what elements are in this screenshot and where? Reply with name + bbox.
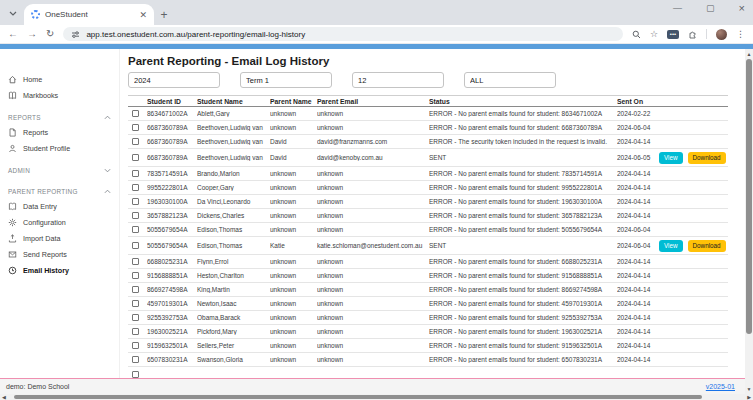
cell-student-name: Beethoven,Ludwig van — [197, 154, 270, 161]
sidebar-item-label: Student Profile — [23, 144, 70, 153]
row-checkbox[interactable] — [132, 154, 139, 161]
cell-parent-email: unknown — [317, 342, 429, 349]
table-header-row: Student ID Student Name Parent Name Pare… — [128, 95, 728, 107]
cell-status: ERROR - No parent emails found for stude… — [429, 170, 617, 177]
browser-tab[interactable]: OneStudent ✕ — [24, 4, 154, 25]
row-checkbox[interactable] — [132, 371, 139, 378]
reload-icon[interactable]: ↻ — [46, 29, 54, 39]
cell-status: ERROR - No parent emails found for stude… — [429, 314, 617, 321]
vertical-scrollbar-thumb[interactable] — [746, 59, 752, 334]
view-button[interactable]: View — [659, 240, 683, 252]
cell-parent-name: unknown — [270, 198, 317, 205]
scroll-up-icon[interactable]: ▲ — [745, 51, 753, 57]
cell-student-id: 6687360789A — [147, 154, 197, 161]
row-checkbox[interactable] — [132, 110, 139, 117]
cell-parent-name: unknown — [270, 124, 317, 131]
password-manager-extension-icon[interactable]: ••• — [667, 30, 679, 39]
row-checkbox[interactable] — [132, 138, 139, 145]
row-checkbox[interactable] — [132, 328, 139, 335]
address-bar[interactable]: app.test.onestudent.com.au/parent-report… — [63, 27, 623, 41]
cell-parent-email: unknown — [317, 286, 429, 293]
term-filter-input[interactable] — [240, 72, 332, 88]
sidebar-item-reports[interactable]: Reports — [0, 124, 119, 140]
horizontal-scrollbar[interactable]: ◀ ▶ — [0, 394, 753, 400]
sidebar-item-data-entry[interactable]: Data Entry — [0, 198, 119, 214]
cell-parent-name: unknown — [270, 342, 317, 349]
scroll-right-icon[interactable]: ▶ — [747, 394, 751, 400]
back-icon[interactable]: ← — [8, 29, 18, 39]
cell-student-name: Pickford,Mary — [197, 328, 270, 335]
cell-parent-name: unknown — [270, 226, 317, 233]
sidebar-item-student-profile[interactable]: Student Profile — [0, 140, 119, 156]
table-row: 1963030100A Da Vinci,Leonardo unknown un… — [128, 195, 728, 209]
row-checkbox[interactable] — [132, 300, 139, 307]
view-button[interactable]: View — [659, 152, 683, 164]
tab-search-icon[interactable] — [4, 3, 22, 23]
row-checkbox[interactable] — [132, 258, 139, 265]
row-checkbox[interactable] — [132, 272, 139, 279]
row-checkbox[interactable] — [132, 226, 139, 233]
chevron-down-icon — [104, 168, 111, 173]
sidebar-item-import-data[interactable]: Import Data — [0, 230, 119, 246]
grade-filter-input[interactable] — [352, 72, 444, 88]
cell-student-id: 6687360789A — [147, 138, 197, 145]
browser-menu-icon[interactable]: ⋮ — [736, 29, 745, 39]
sidebar-item-send-reports[interactable]: Send Reports — [0, 246, 119, 262]
cell-parent-email: unknown — [317, 272, 429, 279]
sidebar-item-home[interactable]: Home — [0, 71, 119, 87]
cell-sent-on: 2024-06-05 — [617, 154, 659, 161]
row-checkbox[interactable] — [132, 314, 139, 321]
cell-status: ERROR - No parent emails found for stude… — [429, 226, 617, 233]
vertical-scrollbar[interactable]: ▲ ▼ — [745, 49, 753, 394]
table-row: 9156888851A Heston,Charlton unknown unkn… — [128, 269, 728, 283]
status-filter-input[interactable] — [464, 72, 556, 88]
tab-strip: OneStudent ✕ + — ▢ × — [0, 0, 753, 25]
row-checkbox[interactable] — [132, 356, 139, 363]
site-controls-icon[interactable] — [71, 30, 80, 39]
cell-parent-email: unknown — [317, 314, 429, 321]
cell-status: SENT — [429, 154, 617, 161]
window-minimize-icon[interactable]: — — [673, 3, 682, 13]
cell-status: ERROR - No parent emails found for stude… — [429, 356, 617, 363]
new-tab-button[interactable]: + — [154, 8, 174, 22]
row-checkbox[interactable] — [132, 242, 139, 249]
tab-close-icon[interactable]: ✕ — [139, 10, 147, 20]
row-checkbox[interactable] — [132, 124, 139, 131]
sidebar-section-parent-reporting[interactable]: PARENT REPORTING — [0, 184, 119, 198]
zoom-icon[interactable] — [632, 30, 641, 39]
row-checkbox[interactable] — [132, 170, 139, 177]
email-log-table: Student ID Student Name Parent Name Pare… — [128, 95, 728, 378]
version-link[interactable]: v2025-01 — [706, 383, 735, 390]
row-checkbox[interactable] — [132, 198, 139, 205]
sidebar-section-admin[interactable]: ADMIN — [0, 163, 119, 177]
cell-parent-name: unknown — [270, 314, 317, 321]
download-button[interactable]: Download — [688, 240, 726, 252]
sidebar-item-markbooks[interactable]: Markbooks — [0, 87, 119, 103]
scroll-down-icon[interactable]: ▼ — [745, 386, 753, 392]
cell-student-name: Flynn,Errol — [197, 258, 270, 265]
sidebar-item-configuration[interactable]: Configuration — [0, 214, 119, 230]
cell-student-name: Swanson,Gloria — [197, 356, 270, 363]
cell-sent-on: 2024-04-14 — [617, 272, 659, 279]
row-checkbox[interactable] — [132, 212, 139, 219]
year-filter-input[interactable] — [128, 72, 220, 88]
row-checkbox[interactable] — [132, 184, 139, 191]
window-maximize-icon[interactable]: ▢ — [706, 3, 715, 13]
horizontal-scrollbar-thumb[interactable] — [14, 395, 702, 399]
sidebar-section-reports[interactable]: REPORTS — [0, 110, 119, 124]
cell-sent-on: 2024-06-04 — [617, 226, 659, 233]
download-button[interactable]: Download — [688, 152, 726, 164]
cell-status: ERROR - No parent emails found for stude… — [429, 286, 617, 293]
profile-avatar[interactable] — [716, 29, 727, 40]
row-checkbox[interactable] — [132, 342, 139, 349]
sidebar-item-email-history[interactable]: Email History — [0, 262, 119, 278]
window-close-icon[interactable]: × — [739, 2, 745, 14]
cell-student-name: Dickens,Charles — [197, 212, 270, 219]
scroll-left-icon[interactable]: ◀ — [2, 394, 6, 400]
extensions-puzzle-icon[interactable] — [688, 30, 697, 39]
forward-icon[interactable]: → — [27, 29, 37, 39]
cell-parent-email: unknown — [317, 356, 429, 363]
cell-student-id: 7835714591A — [147, 170, 197, 177]
row-checkbox[interactable] — [132, 286, 139, 293]
bookmark-star-icon[interactable]: ☆ — [650, 30, 658, 39]
